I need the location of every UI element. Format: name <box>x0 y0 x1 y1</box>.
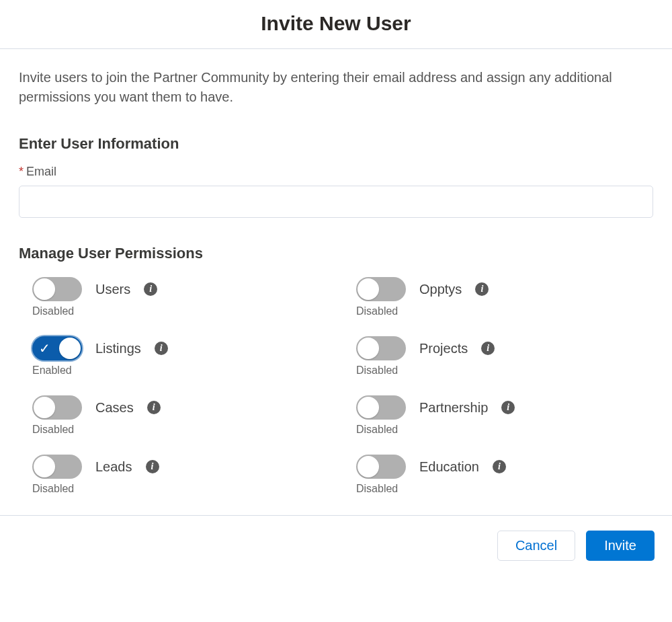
info-icon[interactable]: i <box>144 282 157 296</box>
permission-status: Disabled <box>32 305 329 317</box>
permission-status: Disabled <box>356 305 653 317</box>
permission-row: Usersi <box>32 277 329 301</box>
invite-button[interactable]: Invite <box>586 531 655 561</box>
info-icon[interactable]: i <box>155 342 168 355</box>
toggle-projects[interactable] <box>356 336 406 360</box>
permission-label: Education <box>419 459 479 475</box>
toggle-leads[interactable] <box>32 455 82 479</box>
permission-status: Disabled <box>356 483 653 495</box>
toggle-knob <box>358 338 379 359</box>
permissions-grid: UsersiDisabledOpptysiDisabled✓ListingsiE… <box>19 277 653 495</box>
check-icon: ✓ <box>39 342 50 355</box>
email-label-row: *Email <box>19 165 653 179</box>
permission-label: Cases <box>95 400 134 416</box>
permission-row: Projectsi <box>356 336 653 360</box>
permission-education: EducationiDisabled <box>356 455 653 495</box>
permission-status: Disabled <box>32 424 329 436</box>
permission-row: Partnershipi <box>356 395 653 420</box>
toggle-knob <box>358 456 379 477</box>
permission-cases: CasesiDisabled <box>32 395 329 436</box>
permission-row: ✓Listingsi <box>32 336 329 360</box>
toggle-knob <box>34 456 55 477</box>
permission-label: Leads <box>95 459 132 475</box>
permission-users: UsersiDisabled <box>32 277 329 317</box>
toggle-partnership[interactable] <box>356 395 406 420</box>
toggle-opptys[interactable] <box>356 277 406 301</box>
info-icon[interactable]: i <box>146 460 159 473</box>
permission-status: Disabled <box>356 424 653 436</box>
cancel-button[interactable]: Cancel <box>497 531 575 561</box>
modal-body: Invite users to join the Partner Communi… <box>0 49 672 515</box>
permission-label: Users <box>95 282 130 297</box>
info-icon[interactable]: i <box>501 401 515 414</box>
toggle-cases[interactable] <box>32 395 82 420</box>
toggle-knob <box>34 278 55 300</box>
intro-text: Invite users to join the Partner Communi… <box>19 68 653 107</box>
permission-leads: LeadsiDisabled <box>32 455 329 495</box>
toggle-knob <box>59 338 81 359</box>
info-icon[interactable]: i <box>493 460 506 473</box>
page-title: Invite New User <box>0 12 672 35</box>
permission-status: Enabled <box>32 364 329 377</box>
invite-user-modal: Invite New User Invite users to join the… <box>0 0 672 576</box>
info-icon[interactable]: i <box>147 401 161 414</box>
toggle-knob <box>34 397 55 418</box>
permission-label: Projects <box>419 341 468 356</box>
email-label: Email <box>26 165 56 178</box>
permission-listings: ✓ListingsiEnabled <box>32 336 329 377</box>
permission-row: Educationi <box>356 455 653 479</box>
toggle-education[interactable] <box>356 455 406 479</box>
email-field[interactable] <box>19 186 653 218</box>
toggle-users[interactable] <box>32 277 82 301</box>
permission-label: Listings <box>95 341 141 356</box>
permissions-section: Manage User Permissions UsersiDisabledOp… <box>19 245 653 495</box>
info-icon[interactable]: i <box>481 342 495 355</box>
permission-status: Disabled <box>32 483 329 495</box>
user-info-title: Enter User Information <box>19 135 653 153</box>
modal-footer: Cancel Invite <box>0 515 672 576</box>
permission-opptys: OpptysiDisabled <box>356 277 653 317</box>
permission-row: Casesi <box>32 395 329 420</box>
permission-status: Disabled <box>356 364 653 377</box>
required-indicator: * <box>19 165 24 178</box>
toggle-knob <box>358 397 379 418</box>
permission-row: Leadsi <box>32 455 329 479</box>
permission-partnership: PartnershipiDisabled <box>356 395 653 436</box>
permission-label: Opptys <box>419 282 462 297</box>
info-icon[interactable]: i <box>475 282 489 296</box>
permission-projects: ProjectsiDisabled <box>356 336 653 377</box>
toggle-listings[interactable]: ✓ <box>32 336 82 360</box>
permission-label: Partnership <box>419 400 488 416</box>
modal-header: Invite New User <box>0 0 672 48</box>
permission-row: Opptysi <box>356 277 653 301</box>
toggle-knob <box>358 278 379 300</box>
permissions-title: Manage User Permissions <box>19 245 653 262</box>
